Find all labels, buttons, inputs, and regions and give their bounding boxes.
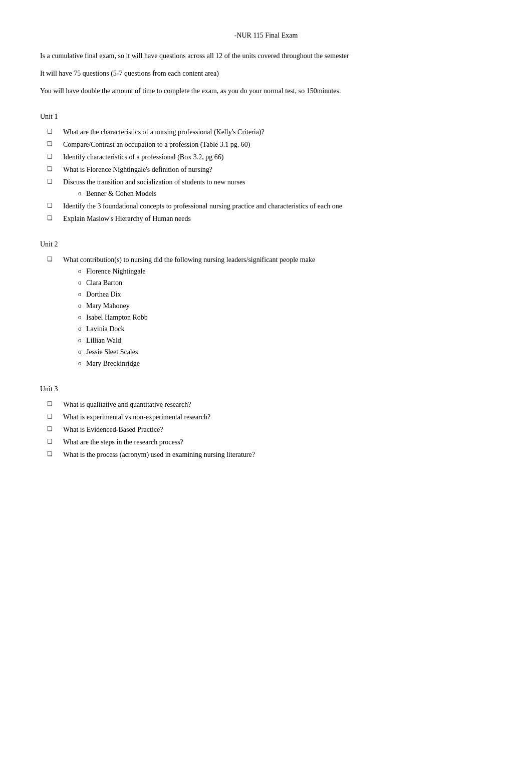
page-title: -NUR 115 Final Exam (40, 30, 492, 41)
unit-heading-1: Unit 1 (40, 111, 492, 122)
bullet-item: What is Evidenced-Based Practice? (55, 424, 492, 435)
intro-line-2: It will have 75 questions (5-7 questions… (40, 68, 492, 79)
bullet-list-unit-2: What contribution(s) to nursing did the … (40, 254, 492, 369)
bullet-item: Explain Maslow's Hierarchy of Human need… (55, 213, 492, 224)
bullet-item: What is Florence Nightingale's definitio… (55, 164, 492, 175)
bullet-item: What is qualitative and quantitative res… (55, 399, 492, 410)
units-container: Unit 1What are the characteristics of a … (40, 111, 492, 460)
bullet-list-unit-3: What is qualitative and quantitative res… (40, 399, 492, 460)
bullet-item: What are the characteristics of a nursin… (55, 127, 492, 137)
bullet-item: What is experimental vs non-experimental… (55, 412, 492, 422)
bullet-item: Identify characteristics of a profession… (55, 152, 492, 162)
sub-list: Florence NightingaleClara BartonDorthea … (63, 266, 492, 369)
bullet-item: What contribution(s) to nursing did the … (55, 254, 492, 369)
intro-line-3: You will have double the amount of time … (40, 86, 492, 96)
sub-list: Benner & Cohen Models (63, 188, 492, 199)
unit-section-3: Unit 3What is qualitative and quantitati… (40, 384, 492, 460)
sub-list-item: Benner & Cohen Models (78, 188, 492, 199)
bullet-item: What is the process (acronym) used in ex… (55, 449, 492, 460)
sub-list-item: Lavinia Dock (78, 324, 492, 334)
intro-section: Is a cumulative final exam, so it will h… (40, 51, 492, 96)
sub-list-item: Jessie Sleet Scales (78, 347, 492, 357)
sub-list-item: Dorthea Dix (78, 289, 492, 300)
sub-list-item: Clara Barton (78, 278, 492, 288)
unit-section-1: Unit 1What are the characteristics of a … (40, 111, 492, 224)
unit-heading-3: Unit 3 (40, 384, 492, 394)
bullet-item: Discuss the transition and socialization… (55, 177, 492, 199)
sub-list-item: Isabel Hampton Robb (78, 312, 492, 323)
bullet-item: What are the steps in the research proce… (55, 437, 492, 447)
intro-line-1: Is a cumulative final exam, so it will h… (40, 51, 492, 61)
bullet-item: Compare/Contrast an occupation to a prof… (55, 139, 492, 150)
sub-list-item: Florence Nightingale (78, 266, 492, 277)
unit-heading-2: Unit 2 (40, 239, 492, 249)
unit-section-2: Unit 2What contribution(s) to nursing di… (40, 239, 492, 369)
sub-list-item: Mary Mahoney (78, 301, 492, 311)
sub-list-item: Lillian Wald (78, 335, 492, 346)
sub-list-item: Mary Breckinridge (78, 358, 492, 369)
bullet-item: Identify the 3 foundational concepts to … (55, 201, 492, 211)
bullet-list-unit-1: What are the characteristics of a nursin… (40, 127, 492, 224)
